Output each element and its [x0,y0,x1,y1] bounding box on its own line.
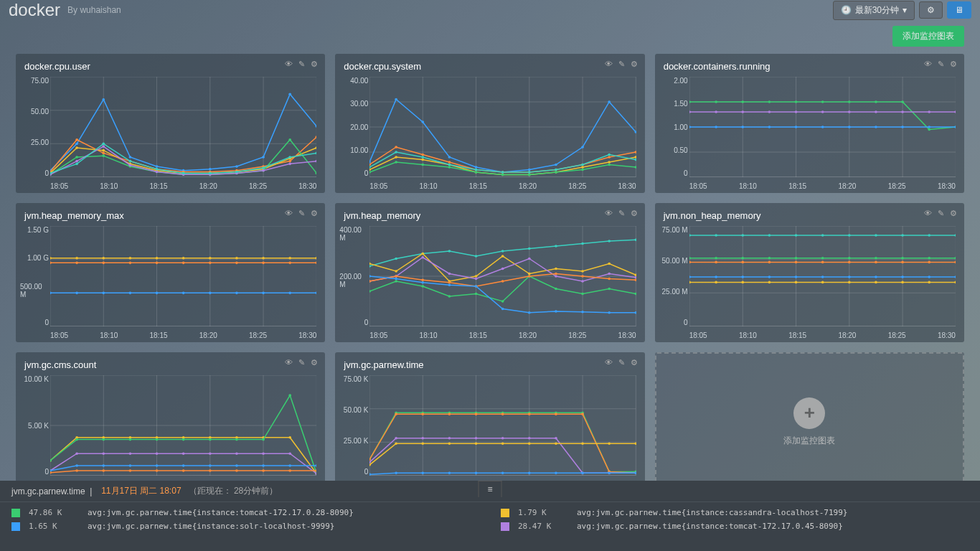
edit-icon[interactable]: ✎ [938,209,944,218]
eye-icon[interactable]: 👁 [924,60,932,69]
svg-point-459 [501,413,504,415]
footer: ≡ jvm.gc.parnew.time | 11月17日 周二 18:07 （… [0,481,980,551]
svg-point-238 [369,265,371,268]
svg-point-401 [75,452,78,455]
svg-point-67 [102,143,105,146]
svg-point-331 [848,257,851,260]
footer-collapse-button[interactable]: ≡ [478,481,501,497]
svg-point-140 [608,154,611,156]
time-range-button[interactable]: 🕘 最新30分钟 ▾ [833,1,915,20]
edit-icon[interactable]: ✎ [298,358,305,367]
add-panel[interactable]: + 添加监控图表 [655,352,964,491]
gear-icon[interactable]: ⚙ [950,60,957,69]
settings-button[interactable]: ⚙ [919,1,943,19]
svg-point-298 [501,308,504,311]
gear-icon[interactable]: ⚙ [311,358,318,367]
svg-point-66 [75,163,78,166]
gear-icon[interactable]: ⚙ [631,60,638,69]
svg-point-176 [715,126,717,128]
svg-point-335 [954,257,956,260]
edit-icon[interactable]: ✎ [298,60,305,69]
svg-point-185 [954,126,956,128]
edit-icon[interactable]: ✎ [618,209,625,218]
gear-icon[interactable]: ⚙ [311,60,318,69]
eye-icon[interactable]: 👁 [285,358,293,367]
svg-point-91 [475,166,478,169]
svg-point-324 [954,234,956,237]
legend-row[interactable]: 47.86 K avg:jvm.gc.parnew.time{instance:… [11,508,479,517]
edit-icon[interactable]: ✎ [618,358,625,367]
svg-point-63 [288,163,291,166]
edit-icon[interactable]: ✎ [938,60,944,69]
eye-icon[interactable]: 👁 [924,209,932,218]
gear-icon[interactable]: ⚙ [631,209,638,218]
svg-point-390 [75,438,78,441]
panel-heap_max[interactable]: jvm.heap_memory_max 👁 ✎ ⚙ 1.50 G1.00 G50… [16,203,325,342]
svg-point-491 [475,471,478,474]
svg-point-494 [555,471,557,474]
panel-non_heap[interactable]: jvm.non_heap_memory 👁 ✎ ⚙ 75.00 M50.00 M… [655,203,964,342]
svg-point-342 [848,261,851,264]
edit-icon[interactable]: ✎ [298,209,305,218]
eye-icon[interactable]: 👁 [605,358,613,367]
svg-point-280 [608,288,611,291]
legend-value: 28.47 K [518,522,568,531]
panel-title: docker.containers.running [664,61,956,72]
svg-point-95 [582,146,585,149]
panel-gc_cms[interactable]: jvm.gc.cms.count 👁 ✎ ⚙ 10.00 K5.00 K0 18… [16,352,325,491]
svg-point-419 [262,464,265,467]
panel-cpu_user[interactable]: docker.cpu.user 👁 ✎ ⚙ 75.0050.0025.000 1… [16,54,325,193]
display-button[interactable]: 🖥 [947,1,971,19]
svg-point-360 [741,281,744,284]
gear-icon[interactable]: ⚙ [950,209,957,218]
svg-point-101 [448,161,451,164]
panel-cpu_system[interactable]: docker.cpu.system 👁 ✎ ⚙ 40.0030.0020.001… [335,54,644,193]
svg-point-303 [635,311,636,314]
eye-icon[interactable]: 👁 [605,60,613,69]
panel-containers_running[interactable]: docker.containers.running 👁 ✎ ⚙ 2.001.50… [655,54,964,193]
eye-icon[interactable]: 👁 [285,209,293,218]
svg-point-264 [475,278,478,281]
svg-point-412 [75,464,78,467]
svg-point-466 [395,437,398,440]
svg-point-248 [635,238,636,241]
svg-point-317 [768,234,771,237]
panel-heap_memory[interactable]: jvm.heap_memory 👁 ✎ ⚙ 400.00 M200.00 M0 … [335,203,644,342]
svg-point-300 [555,310,557,313]
svg-point-57 [129,164,132,166]
eye-icon[interactable]: 👁 [285,60,293,69]
svg-point-93 [528,169,531,171]
svg-point-175 [689,126,691,128]
gear-icon: ⚙ [927,5,935,15]
svg-point-427 [182,469,185,472]
legend-row[interactable]: 28.47 K avg:jvm.gc.parnew.time{instance:… [501,522,969,531]
svg-point-268 [582,280,585,283]
legend-row[interactable]: 1.65 K avg:jvm.gc.parnew.time{instance:s… [11,522,479,531]
svg-point-18 [262,156,265,159]
panel-gc_parnew[interactable]: jvm.gc.parnew.time 👁 ✎ ⚙ 75.00 K50.00 K2… [335,352,644,491]
gear-icon[interactable]: ⚙ [311,209,318,218]
svg-point-461 [555,413,557,415]
svg-point-315 [715,234,717,237]
svg-point-396 [235,438,238,441]
eye-icon[interactable]: 👁 [605,209,613,218]
dashboard: 添加监控图表 docker.cpu.user 👁 ✎ ⚙ 75.0050.002… [0,20,980,497]
svg-point-349 [741,276,744,278]
legend-row[interactable]: 1.79 K avg:jvm.gc.parnew.time{instance:c… [501,508,969,517]
svg-point-256 [555,268,557,270]
y-axis: 75.00 M50.00 M25.00 M0 [659,226,688,326]
svg-point-485 [608,442,611,445]
svg-point-258 [608,263,611,265]
add-chart-button[interactable]: 添加监控图表 [892,26,964,47]
svg-point-184 [928,126,930,128]
svg-point-177 [741,126,744,128]
gear-icon[interactable]: ⚙ [631,358,638,367]
svg-point-16 [209,168,212,171]
svg-point-257 [582,270,585,273]
svg-point-481 [501,442,504,445]
svg-point-366 [901,281,904,284]
edit-icon[interactable]: ✎ [618,60,625,69]
svg-point-133 [422,156,425,159]
svg-point-358 [689,281,691,284]
chart-area [50,226,316,326]
